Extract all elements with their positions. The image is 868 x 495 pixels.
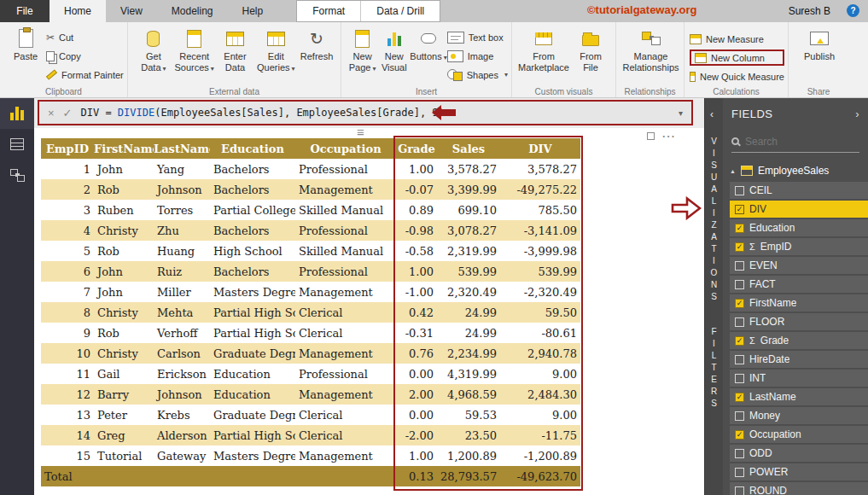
field-item-int[interactable]: INT: [730, 370, 868, 387]
formula-cancel-icon[interactable]: ×: [48, 107, 55, 119]
search-input[interactable]: [745, 136, 859, 148]
column-header[interactable]: Grade: [396, 138, 437, 159]
table-cell: -1,200.89: [500, 446, 580, 466]
text-box-button[interactable]: Text box: [447, 29, 508, 45]
from-marketplace-button[interactable]: From Marketplace: [517, 26, 570, 73]
field-checkbox[interactable]: [735, 374, 744, 383]
field-checkbox[interactable]: [735, 242, 744, 252]
new-visual-button[interactable]: New Visual: [378, 26, 410, 73]
formula-expand-chevron-icon[interactable]: ▾: [679, 108, 683, 118]
field-checkbox[interactable]: [735, 336, 744, 346]
field-item-floor[interactable]: FLOOR: [730, 313, 868, 330]
column-header[interactable]: LastName: [154, 138, 210, 159]
field-item-div[interactable]: DIV: [730, 201, 868, 218]
field-checkbox[interactable]: [735, 393, 744, 402]
expand-triangle-icon[interactable]: ▲: [730, 168, 736, 174]
field-item-education[interactable]: Education: [730, 219, 868, 236]
visualizations-panel-tab[interactable]: VISUALIZATIONS: [709, 137, 719, 304]
field-item-fact[interactable]: FACT: [730, 276, 868, 293]
field-checkbox[interactable]: [735, 224, 744, 233]
data-view-button[interactable]: [0, 129, 34, 160]
tab-home[interactable]: Home: [50, 0, 106, 22]
buttons-button[interactable]: Buttons▾: [410, 26, 446, 62]
formula-text[interactable]: DIV = DIVIDE(EmployeeSales[Sales], Emplo…: [81, 107, 445, 119]
column-header[interactable]: FirstName: [94, 138, 154, 159]
formula-commit-icon[interactable]: ✓: [63, 107, 73, 119]
tab-data-drill[interactable]: Data / Drill: [360, 1, 440, 21]
more-options-icon[interactable]: ⋯: [661, 128, 675, 144]
expand-panel-icon[interactable]: ›: [855, 108, 859, 120]
new-measure-button[interactable]: New Measure: [690, 31, 784, 47]
get-data-button[interactable]: Get Data▾: [133, 26, 174, 73]
image-button[interactable]: Image: [447, 48, 508, 64]
tab-format[interactable]: Format: [297, 1, 360, 21]
field-item-round[interactable]: ROUND: [730, 482, 868, 495]
edit-queries-button[interactable]: Edit Queries▾: [255, 26, 296, 73]
field-checkbox[interactable]: [735, 411, 744, 421]
field-checkbox[interactable]: [735, 430, 744, 440]
field-item-occupation[interactable]: Occupation: [730, 426, 868, 443]
column-header[interactable]: Sales: [437, 138, 500, 159]
format-painter-button[interactable]: Format Painter: [46, 67, 124, 83]
field-item-power[interactable]: POWER: [730, 463, 868, 480]
manage-relationships-button[interactable]: Manage Relationships: [621, 26, 680, 73]
table-cell: 539.99: [500, 261, 580, 282]
field-checkbox[interactable]: [735, 317, 744, 327]
model-view-button[interactable]: [0, 160, 34, 190]
shapes-button[interactable]: Shapes▾: [447, 67, 508, 83]
field-checkbox[interactable]: [735, 261, 744, 271]
field-checkbox[interactable]: [735, 355, 744, 364]
refresh-button[interactable]: ↻ Refresh: [296, 26, 337, 62]
visual-drag-handle[interactable]: ≡: [357, 125, 364, 139]
from-file-button[interactable]: From File: [570, 26, 611, 73]
field-item-money[interactable]: Money: [730, 407, 868, 424]
paste-button[interactable]: Paste: [5, 26, 46, 62]
report-view-button[interactable]: [0, 98, 34, 129]
database-icon: [147, 31, 160, 47]
formula-bar[interactable]: × ✓ DIV = DIVIDE(EmployeeSales[Sales], E…: [38, 100, 693, 125]
fields-search[interactable]: [731, 131, 859, 153]
new-page-button[interactable]: New Page▾: [347, 26, 378, 73]
field-item-firstname[interactable]: FirstName: [730, 294, 868, 312]
table-row: 2RobJohnsonBachelorsManagement-0.073,399…: [41, 179, 580, 200]
tab-file[interactable]: File: [0, 0, 50, 22]
publish-button[interactable]: Publish: [799, 26, 840, 62]
tab-help[interactable]: Help: [228, 0, 278, 22]
table-cell: Miller: [154, 282, 210, 302]
copy-button[interactable]: Copy: [46, 48, 124, 64]
employee-sales-table[interactable]: EmpIDFirstNameLastNameEducationOccupatio…: [41, 138, 580, 486]
field-item-empid[interactable]: ΣEmpID: [730, 238, 868, 255]
field-checkbox[interactable]: [735, 186, 744, 195]
field-checkbox[interactable]: [735, 468, 744, 477]
enter-data-button[interactable]: Enter Data: [215, 26, 256, 73]
filters-panel-tab[interactable]: FILTERS: [709, 327, 719, 411]
new-column-button[interactable]: New Column: [690, 50, 784, 66]
new-quick-measure-button[interactable]: New Quick Measure: [690, 68, 784, 84]
column-header[interactable]: Education: [210, 138, 295, 159]
collapse-panel-icon[interactable]: ‹: [710, 108, 714, 120]
cut-button[interactable]: ✂Cut: [46, 29, 124, 45]
table-cell: 2.00: [396, 384, 437, 405]
focus-mode-icon[interactable]: [647, 132, 655, 140]
field-checkbox[interactable]: [735, 280, 744, 289]
field-item-odd[interactable]: ODD: [730, 445, 868, 462]
help-icon[interactable]: ?: [847, 4, 859, 17]
field-item-ceil[interactable]: CEIL: [730, 182, 868, 199]
field-checkbox[interactable]: [735, 205, 744, 214]
tab-view[interactable]: View: [106, 0, 157, 22]
fields-table-employeesales[interactable]: ▲ EmployeeSales: [723, 160, 868, 182]
report-canvas[interactable]: ≡ ⋯ EmpIDFirstNameLastNameEducationOccup…: [34, 128, 704, 495]
field-item-lastname[interactable]: LastName: [730, 388, 868, 405]
field-checkbox[interactable]: [735, 486, 744, 495]
column-header[interactable]: DIV: [500, 138, 580, 159]
field-label: FACT: [749, 278, 776, 290]
field-checkbox[interactable]: [735, 449, 744, 458]
column-header[interactable]: EmpID: [41, 138, 94, 159]
field-item-hiredate[interactable]: HireDate: [730, 351, 868, 368]
column-header[interactable]: Occupation: [295, 138, 396, 159]
recent-sources-button[interactable]: Recent Sources▾: [174, 26, 215, 73]
field-item-even[interactable]: EVEN: [730, 257, 868, 274]
field-checkbox[interactable]: [735, 299, 744, 308]
tab-modeling[interactable]: Modeling: [157, 0, 228, 22]
field-item-grade[interactable]: ΣGrade: [730, 332, 868, 349]
